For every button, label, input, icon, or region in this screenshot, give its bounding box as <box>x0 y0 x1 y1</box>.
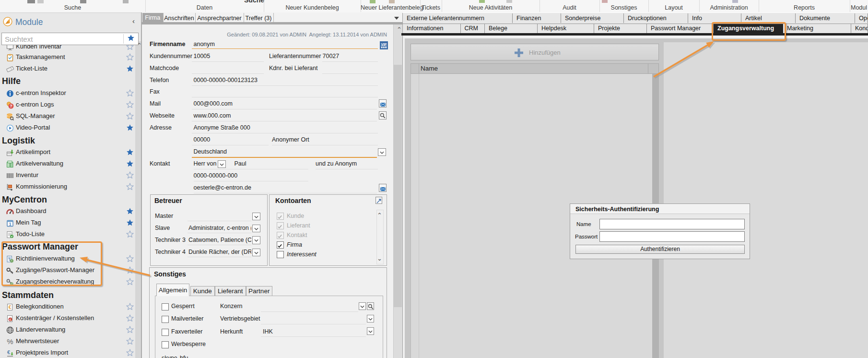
svg-text:€: € <box>9 304 12 310</box>
svg-text:c: c <box>10 318 12 321</box>
svg-text:1: 1 <box>9 222 12 227</box>
svg-text:?: ? <box>10 104 12 108</box>
svg-text:VIP: VIP <box>381 42 387 47</box>
svg-text:%: % <box>7 338 13 346</box>
svg-text:€: € <box>7 349 10 355</box>
